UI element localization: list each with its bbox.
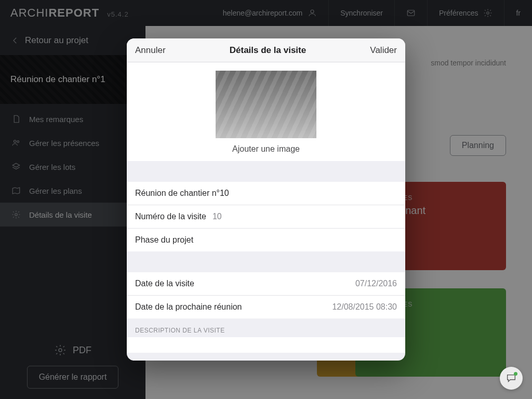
image-section: Ajouter une image xyxy=(127,62,405,161)
visit-date-label: Date de la visite xyxy=(135,279,194,288)
visit-date-value: 07/12/2016 xyxy=(355,279,397,288)
visit-number-value: 10 xyxy=(212,212,222,221)
visit-number-label: Numéro de la visite xyxy=(135,212,206,221)
modal-header: Annuler Détails de la visite Valider xyxy=(127,38,405,62)
next-meeting-label: Date de la prochaine réunion xyxy=(135,302,242,312)
visit-date-row[interactable]: Date de la visite 07/12/2016 xyxy=(127,272,405,295)
next-meeting-value: 12/08/2015 08:30 xyxy=(332,302,397,312)
add-image-button[interactable]: Ajouter une image xyxy=(127,144,405,154)
notification-dot xyxy=(514,372,517,376)
visit-number-row[interactable]: Numéro de la visite 10 xyxy=(127,205,405,228)
description-row[interactable] xyxy=(127,337,405,353)
next-meeting-row[interactable]: Date de la prochaine réunion 12/08/2015 … xyxy=(127,295,405,318)
project-phase-row[interactable]: Phase du projet xyxy=(127,228,405,251)
chat-fab[interactable] xyxy=(500,367,523,390)
visit-details-modal: Annuler Détails de la visite Valider Ajo… xyxy=(127,38,405,361)
meeting-name-value: Réunion de chantier n°10 xyxy=(135,189,229,198)
meeting-name-row[interactable]: Réunion de chantier n°10 xyxy=(127,182,405,205)
modal-title: Détails de la visite xyxy=(230,45,306,56)
description-section-header: DESCRIPTION DE LA VISITE xyxy=(127,318,405,337)
visit-image-thumbnail[interactable] xyxy=(216,71,316,138)
cancel-button[interactable]: Annuler xyxy=(135,45,166,56)
project-phase-label: Phase du projet xyxy=(135,235,193,245)
confirm-button[interactable]: Valider xyxy=(370,45,397,56)
